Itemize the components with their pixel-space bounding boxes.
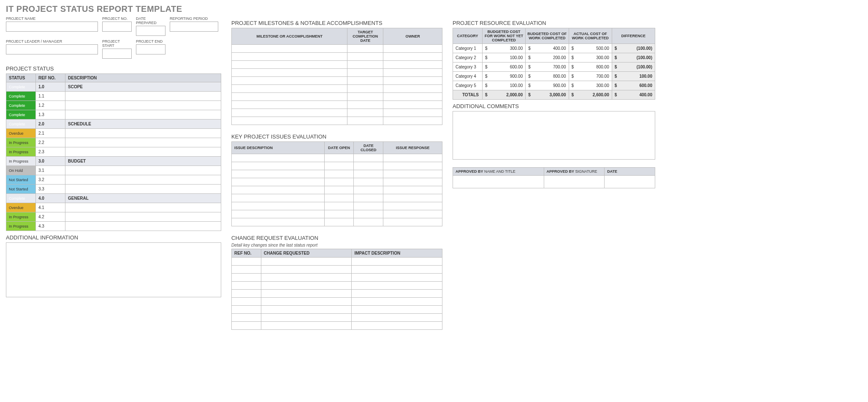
- empty-cell[interactable]: [232, 290, 261, 298]
- empty-cell[interactable]: [383, 69, 442, 77]
- status-cell[interactable]: In Progress: [6, 212, 36, 222]
- empty-cell[interactable]: [347, 45, 383, 53]
- empty-cell[interactable]: [261, 266, 352, 274]
- desc-cell[interactable]: [65, 175, 221, 185]
- empty-cell[interactable]: [383, 117, 442, 125]
- empty-cell[interactable]: [232, 170, 325, 178]
- desc-cell[interactable]: [65, 138, 221, 147]
- empty-cell[interactable]: [352, 258, 442, 266]
- desc-cell[interactable]: [65, 147, 221, 157]
- empty-cell[interactable]: [232, 69, 347, 77]
- empty-cell[interactable]: [232, 93, 347, 101]
- status-cell[interactable]: Overdue: [6, 203, 36, 212]
- empty-cell[interactable]: [232, 53, 347, 61]
- empty-cell[interactable]: [383, 162, 442, 170]
- empty-cell[interactable]: [232, 314, 261, 322]
- status-cell[interactable]: Complete: [6, 120, 36, 129]
- empty-cell[interactable]: [354, 218, 383, 226]
- empty-cell[interactable]: [383, 154, 442, 162]
- empty-cell[interactable]: [347, 117, 383, 125]
- desc-cell[interactable]: [65, 222, 221, 231]
- empty-cell[interactable]: [324, 194, 354, 202]
- desc-cell[interactable]: [65, 212, 221, 222]
- empty-cell[interactable]: [347, 101, 383, 109]
- status-cell[interactable]: Not Started: [6, 175, 36, 185]
- empty-cell[interactable]: [383, 170, 442, 178]
- status-cell[interactable]: In Progress: [6, 157, 36, 166]
- empty-cell[interactable]: [232, 162, 325, 170]
- empty-cell[interactable]: [383, 194, 442, 202]
- empty-cell[interactable]: [232, 194, 325, 202]
- empty-cell[interactable]: [324, 170, 354, 178]
- empty-cell[interactable]: [347, 61, 383, 69]
- desc-cell[interactable]: BUDGET: [65, 157, 221, 166]
- desc-cell[interactable]: [65, 166, 221, 175]
- empty-cell[interactable]: [354, 202, 383, 210]
- empty-cell[interactable]: [232, 306, 261, 314]
- empty-cell[interactable]: [261, 306, 352, 314]
- empty-cell[interactable]: [347, 85, 383, 93]
- empty-cell[interactable]: [383, 61, 442, 69]
- empty-cell[interactable]: [347, 53, 383, 61]
- desc-cell[interactable]: SCOPE: [65, 82, 221, 92]
- empty-cell[interactable]: [261, 258, 352, 266]
- empty-cell[interactable]: [352, 322, 442, 330]
- empty-cell[interactable]: [232, 202, 325, 210]
- empty-cell[interactable]: [232, 178, 325, 186]
- status-cell[interactable]: Complete: [6, 101, 36, 110]
- empty-cell[interactable]: [383, 186, 442, 194]
- empty-cell[interactable]: [383, 45, 442, 53]
- status-cell[interactable]: Not Started: [6, 185, 36, 194]
- empty-cell[interactable]: [324, 186, 354, 194]
- empty-cell[interactable]: [352, 298, 442, 306]
- empty-cell[interactable]: [383, 53, 442, 61]
- empty-cell[interactable]: [383, 77, 442, 85]
- empty-cell[interactable]: [347, 69, 383, 77]
- empty-cell[interactable]: [261, 314, 352, 322]
- empty-cell[interactable]: [347, 109, 383, 117]
- approved-date-cell[interactable]: [605, 176, 655, 188]
- empty-cell[interactable]: [347, 77, 383, 85]
- empty-cell[interactable]: [354, 178, 383, 186]
- empty-cell[interactable]: [232, 61, 347, 69]
- status-cell[interactable]: In Progress: [6, 147, 36, 157]
- empty-cell[interactable]: [232, 186, 325, 194]
- empty-cell[interactable]: [232, 218, 325, 226]
- empty-cell[interactable]: [232, 274, 261, 282]
- desc-cell[interactable]: [65, 185, 221, 194]
- empty-cell[interactable]: [383, 202, 442, 210]
- empty-cell[interactable]: [232, 101, 347, 109]
- empty-cell[interactable]: [383, 218, 442, 226]
- desc-cell[interactable]: [65, 92, 221, 101]
- status-cell[interactable]: Complete: [6, 92, 36, 101]
- empty-cell[interactable]: [324, 154, 354, 162]
- empty-cell[interactable]: [352, 282, 442, 290]
- empty-cell[interactable]: [352, 274, 442, 282]
- empty-cell[interactable]: [354, 210, 383, 218]
- empty-cell[interactable]: [354, 154, 383, 162]
- empty-cell[interactable]: [261, 290, 352, 298]
- empty-cell[interactable]: [261, 274, 352, 282]
- status-cell[interactable]: Complete: [6, 110, 36, 120]
- field-input[interactable]: [136, 26, 165, 36]
- empty-cell[interactable]: [232, 45, 347, 53]
- empty-cell[interactable]: [352, 314, 442, 322]
- empty-cell[interactable]: [232, 210, 325, 218]
- approved-name-cell[interactable]: [453, 176, 544, 188]
- empty-cell[interactable]: [232, 154, 325, 162]
- field-input[interactable]: [6, 44, 98, 54]
- empty-cell[interactable]: [383, 178, 442, 186]
- status-cell[interactable]: Complete: [6, 194, 36, 203]
- comments-box[interactable]: [453, 111, 655, 160]
- empty-cell[interactable]: [232, 117, 347, 125]
- field-input[interactable]: [102, 22, 132, 32]
- empty-cell[interactable]: [383, 101, 442, 109]
- empty-cell[interactable]: [347, 93, 383, 101]
- empty-cell[interactable]: [232, 258, 261, 266]
- empty-cell[interactable]: [324, 218, 354, 226]
- field-input[interactable]: [6, 22, 98, 32]
- empty-cell[interactable]: [261, 322, 352, 330]
- empty-cell[interactable]: [383, 85, 442, 93]
- empty-cell[interactable]: [232, 77, 347, 85]
- desc-cell[interactable]: [65, 203, 221, 212]
